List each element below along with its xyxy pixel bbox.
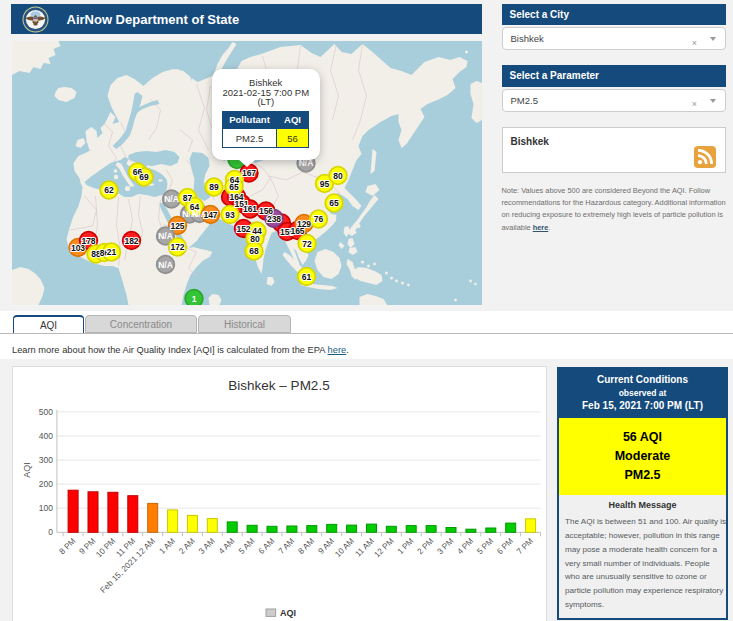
svg-text:AQI: AQI (22, 462, 32, 478)
svg-text:500: 500 (38, 407, 52, 417)
svg-text:1: 1 (191, 294, 196, 304)
svg-text:80: 80 (333, 171, 343, 181)
svg-text:8 AM: 8 AM (296, 536, 316, 556)
svg-text:2 AM: 2 AM (177, 536, 197, 556)
svg-text:178: 178 (81, 236, 95, 246)
svg-text:0: 0 (48, 527, 53, 537)
svg-text:93: 93 (225, 210, 235, 220)
svg-text:152: 152 (236, 224, 250, 234)
svg-text:21: 21 (106, 247, 116, 257)
svg-text:5 AM: 5 AM (236, 536, 256, 556)
svg-text:76: 76 (313, 214, 323, 224)
svg-text:89: 89 (209, 182, 219, 192)
svg-text:1 AM: 1 AM (157, 536, 177, 556)
svg-text:3 PM: 3 PM (435, 536, 455, 556)
svg-text:182: 182 (124, 236, 138, 246)
svg-text:125: 125 (170, 221, 184, 231)
svg-text:238: 238 (266, 214, 280, 224)
svg-text:62: 62 (104, 185, 114, 195)
svg-text:4 PM: 4 PM (455, 536, 475, 556)
svg-text:2 PM: 2 PM (415, 536, 435, 556)
svg-text:3 AM: 3 AM (197, 536, 217, 556)
svg-text:AQI: AQI (280, 608, 296, 618)
svg-text:69: 69 (139, 172, 149, 182)
svg-text:6 PM: 6 PM (495, 536, 515, 556)
svg-text:8 PM: 8 PM (57, 536, 77, 556)
svg-text:100: 100 (38, 503, 52, 513)
svg-text:65: 65 (329, 198, 339, 208)
svg-text:61: 61 (301, 272, 311, 282)
svg-text:10 PM: 10 PM (94, 536, 117, 559)
svg-text:80: 80 (250, 234, 260, 244)
svg-text:1 PM: 1 PM (395, 536, 415, 556)
svg-text:N/A: N/A (158, 260, 173, 270)
svg-text:95: 95 (319, 179, 329, 189)
svg-text:300: 300 (38, 455, 52, 465)
svg-text:147: 147 (203, 210, 217, 220)
svg-text:129: 129 (296, 219, 310, 229)
svg-text:4 AM: 4 AM (217, 536, 237, 556)
svg-text:7 AM: 7 AM (276, 536, 296, 556)
svg-text:N/A: N/A (164, 194, 179, 204)
svg-text:N/A: N/A (158, 231, 173, 241)
svg-text:5 PM: 5 PM (475, 536, 495, 556)
svg-text:7 PM: 7 PM (515, 536, 535, 556)
svg-text:400: 400 (38, 431, 52, 441)
svg-text:12 PM: 12 PM (372, 536, 395, 559)
svg-text:200: 200 (38, 479, 52, 489)
svg-text:11 AM: 11 AM (353, 536, 375, 558)
svg-text:64: 64 (189, 202, 199, 212)
svg-text:68: 68 (249, 246, 259, 256)
svg-text:6 AM: 6 AM (256, 536, 276, 556)
svg-text:167: 167 (241, 168, 255, 178)
svg-text:161: 161 (242, 204, 256, 214)
svg-text:65: 65 (229, 182, 239, 192)
svg-text:172: 172 (170, 242, 184, 252)
svg-text:72: 72 (302, 239, 312, 249)
svg-text:10 AM: 10 AM (333, 536, 356, 559)
